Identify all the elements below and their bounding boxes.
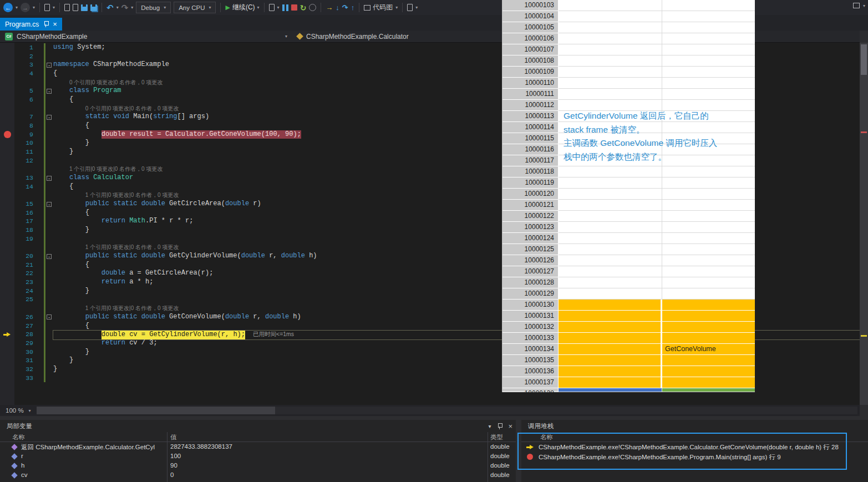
chevron-down-icon[interactable]: ▾ (863, 3, 865, 8)
column-header-value[interactable]: 值 (170, 433, 177, 442)
undo-dropdown-caret-icon[interactable]: ▾ (116, 5, 119, 10)
pin-icon[interactable] (497, 423, 502, 429)
dropdown-caret-icon[interactable]: ▾ (53, 5, 55, 10)
project-name: CSharpMethodExample (17, 33, 87, 40)
tab-label: Program.cs (5, 21, 39, 28)
scrollbar-thumb[interactable] (861, 44, 867, 75)
navigate-back-button[interactable]: ← (3, 3, 13, 12)
line-number: 25 (16, 295, 33, 304)
change-tracking-bar (44, 313, 45, 322)
outline-collapse-icon[interactable]: - (47, 63, 52, 68)
variable-type: double (490, 443, 510, 450)
memory-row: 10000122 (502, 211, 755, 222)
scrollbar-thumb[interactable] (37, 407, 275, 414)
step-over-button[interactable]: ↷ (342, 3, 348, 12)
column-header-name[interactable]: 名称 (540, 433, 553, 442)
memory-cell (662, 166, 755, 177)
column-divider[interactable] (167, 432, 167, 482)
code-text: { (53, 121, 89, 130)
callstack-panel-header[interactable]: 调用堆栈 (521, 420, 868, 432)
show-threads-button[interactable] (309, 4, 316, 11)
type-dropdown[interactable]: CSharpMethodExample.Calculator (292, 31, 414, 42)
outline-collapse-icon[interactable]: - (47, 115, 52, 120)
break-all-button[interactable] (282, 4, 288, 11)
memory-cell (559, 166, 662, 177)
navigate-forward-button[interactable]: → (21, 3, 30, 12)
memory-row: 10000130 (502, 300, 755, 311)
forward-dropdown-caret-icon[interactable]: ▾ (33, 5, 35, 10)
change-tracking-bar (44, 235, 45, 243)
dropdown-caret-icon[interactable]: ▾ (395, 5, 398, 10)
memory-row: 10000111 (502, 89, 755, 100)
zoom-selector[interactable]: 100 % ▾ (2, 405, 34, 416)
open-file-button[interactable] (73, 4, 78, 11)
change-tracking-bar (44, 130, 45, 139)
memory-address-cell: 10000127 (502, 266, 559, 277)
attach-process-button[interactable] (269, 4, 275, 11)
redo-dropdown-caret-icon[interactable]: ▾ (131, 5, 133, 10)
locals-row[interactable]: h90double (0, 461, 516, 470)
memory-cell (662, 211, 755, 222)
step-into-button[interactable]: ↓ (336, 3, 339, 12)
undo-button[interactable]: ↶ (106, 3, 114, 13)
continue-button[interactable]: ▶ 继续(C) ▾ (225, 3, 259, 12)
memory-cell (559, 388, 662, 392)
variable-type: double (490, 462, 510, 469)
variable-name: r (21, 453, 164, 459)
outline-collapse-icon[interactable]: - (47, 176, 52, 181)
variable-name: h (21, 462, 164, 469)
line-number: 10 (16, 139, 33, 148)
dropdown-caret-icon[interactable]: ▾ (277, 5, 280, 10)
redo-button[interactable]: ↷ (121, 3, 129, 13)
code-map-button[interactable]: 代码图 (364, 3, 393, 12)
code-text: } (53, 226, 89, 235)
outline-collapse-icon[interactable]: - (47, 202, 52, 207)
recent-files-button[interactable] (44, 4, 50, 11)
open-file-icon (73, 4, 78, 11)
editor-horizontal-scrollbar[interactable] (37, 407, 857, 414)
close-icon[interactable]: × (53, 20, 57, 28)
misc-tool-button[interactable] (407, 4, 413, 11)
save-all-button[interactable] (90, 4, 97, 11)
locals-row[interactable]: r100double (0, 451, 516, 461)
memory-cell (559, 277, 662, 288)
callstack-frame[interactable]: CSharpMethodExample.exe!CSharpMethodExam… (521, 442, 868, 452)
stop-debugging-button[interactable] (291, 4, 297, 11)
locals-row[interactable]: 返回 CSharpMethodExample.Calculator.GetCyl… (0, 442, 516, 451)
restart-button[interactable]: ↻ (300, 3, 307, 12)
save-button[interactable] (81, 4, 88, 11)
callstack-panel: 调用堆栈 名称 CSharpMethodExample.exe!CSharpMe… (521, 420, 868, 482)
outline-collapse-icon[interactable]: - (47, 314, 52, 319)
column-divider[interactable] (488, 432, 488, 482)
memory-row: 10000121 (502, 200, 755, 211)
memory-cell (662, 266, 755, 277)
close-icon[interactable]: × (508, 422, 512, 430)
step-out-button[interactable]: ↑ (351, 3, 355, 12)
show-next-statement-button[interactable]: → (326, 3, 333, 12)
outline-collapse-icon[interactable]: - (47, 89, 52, 94)
window-layout-icon[interactable] (853, 3, 860, 8)
editor-vertical-scrollbar[interactable] (860, 43, 868, 405)
outline-collapse-icon[interactable]: - (47, 254, 52, 259)
chevron-down-icon: ▾ (285, 34, 287, 39)
back-dropdown-caret-icon[interactable]: ▾ (16, 5, 18, 10)
dropdown-caret-icon[interactable]: ▾ (415, 5, 418, 10)
toolbar-separator (39, 3, 40, 12)
callstack-frame[interactable]: CSharpMethodExample.exe!CSharpMethodExam… (521, 452, 868, 462)
pin-icon[interactable] (43, 21, 48, 27)
memory-address-cell: 10000119 (502, 177, 559, 189)
memory-address-cell: 10000121 (502, 200, 559, 211)
breakpoint-icon[interactable] (4, 131, 11, 138)
solution-config-dropdown[interactable]: Debug ▾ (136, 2, 171, 13)
locals-panel-header[interactable]: 局部变量 ▾ × (0, 420, 516, 432)
tab-program-cs[interactable]: Program.cs × (0, 18, 62, 31)
column-header-type[interactable]: 类型 (490, 433, 503, 442)
window-position-icon[interactable]: ▾ (488, 423, 491, 429)
variable-icon (11, 472, 17, 478)
column-header-name[interactable]: 名称 (12, 433, 25, 442)
memory-row: 10000110 (502, 78, 755, 89)
project-dropdown[interactable]: C# CSharpMethodExample ▾ (0, 31, 292, 42)
new-file-button[interactable] (64, 4, 70, 11)
locals-row[interactable]: cv0double (0, 470, 516, 480)
solution-platform-dropdown[interactable]: Any CPU ▾ (174, 2, 216, 13)
